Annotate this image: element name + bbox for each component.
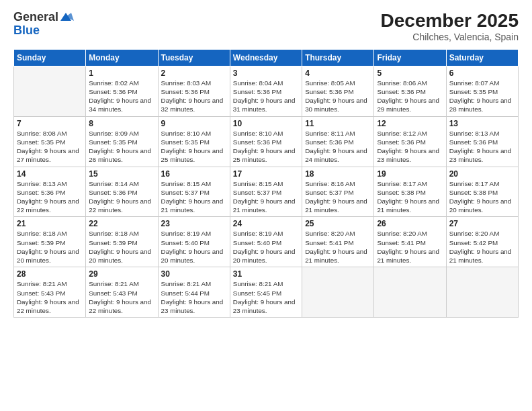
sunrise-text: Sunrise: 8:20 AM bbox=[449, 230, 500, 237]
sunset-text: Sunset: 5:40 PM bbox=[161, 239, 210, 246]
calendar-day-cell: 7 Sunrise: 8:08 AM Sunset: 5:35 PM Dayli… bbox=[14, 116, 86, 167]
logo-general-text: General bbox=[13, 11, 58, 24]
calendar-day-cell: 5 Sunrise: 8:06 AM Sunset: 5:36 PM Dayli… bbox=[374, 66, 446, 116]
calendar-day-cell: 24 Sunrise: 8:19 AM Sunset: 5:40 PM Dayl… bbox=[230, 217, 302, 267]
sunset-text: Sunset: 5:41 PM bbox=[305, 239, 353, 246]
day-number: 22 bbox=[89, 219, 154, 228]
sunset-text: Sunset: 5:38 PM bbox=[449, 189, 498, 196]
sunset-text: Sunset: 5:39 PM bbox=[89, 239, 137, 246]
sunset-text: Sunset: 5:36 PM bbox=[233, 138, 281, 146]
calendar-day-cell: 15 Sunrise: 8:14 AM Sunset: 5:36 PM Dayl… bbox=[86, 167, 158, 217]
sunrise-text: Sunrise: 8:06 AM bbox=[377, 79, 427, 87]
sunrise-text: Sunrise: 8:10 AM bbox=[233, 130, 283, 137]
calendar-day-cell bbox=[446, 267, 518, 318]
daylight-text: Daylight: 9 hours and 21 minutes. bbox=[161, 197, 224, 214]
day-info: Sunrise: 8:21 AM Sunset: 5:43 PM Dayligh… bbox=[17, 279, 83, 315]
col-monday: Monday bbox=[86, 49, 158, 66]
day-number: 6 bbox=[449, 68, 515, 78]
day-number: 16 bbox=[161, 169, 227, 179]
day-info: Sunrise: 8:04 AM Sunset: 5:36 PM Dayligh… bbox=[233, 79, 299, 114]
day-number: 26 bbox=[377, 219, 443, 228]
daylight-text: Daylight: 9 hours and 21 minutes. bbox=[233, 197, 296, 214]
sunset-text: Sunset: 5:36 PM bbox=[305, 138, 353, 146]
sunrise-text: Sunrise: 8:12 AM bbox=[377, 130, 427, 137]
day-number: 30 bbox=[161, 269, 227, 279]
daylight-text: Daylight: 9 hours and 32 minutes. bbox=[161, 97, 224, 113]
day-number: 27 bbox=[449, 219, 515, 228]
calendar-day-cell: 31 Sunrise: 8:21 AM Sunset: 5:45 PM Dayl… bbox=[230, 267, 302, 318]
calendar-day-cell: 3 Sunrise: 8:04 AM Sunset: 5:36 PM Dayli… bbox=[230, 66, 302, 116]
day-info: Sunrise: 8:08 AM Sunset: 5:35 PM Dayligh… bbox=[17, 129, 83, 165]
day-info: Sunrise: 8:12 AM Sunset: 5:36 PM Dayligh… bbox=[377, 129, 443, 165]
day-number: 31 bbox=[233, 269, 299, 279]
sunrise-text: Sunrise: 8:09 AM bbox=[89, 130, 139, 137]
day-number: 25 bbox=[305, 219, 371, 228]
calendar-day-cell: 21 Sunrise: 8:18 AM Sunset: 5:39 PM Dayl… bbox=[14, 217, 86, 267]
day-info: Sunrise: 8:18 AM Sunset: 5:39 PM Dayligh… bbox=[17, 229, 83, 265]
sunset-text: Sunset: 5:45 PM bbox=[233, 289, 281, 297]
calendar-day-cell: 8 Sunrise: 8:09 AM Sunset: 5:35 PM Dayli… bbox=[86, 116, 158, 167]
sunrise-text: Sunrise: 8:13 AM bbox=[449, 130, 500, 137]
day-number: 2 bbox=[161, 68, 227, 78]
sunset-text: Sunset: 5:44 PM bbox=[161, 289, 210, 297]
sunrise-text: Sunrise: 8:13 AM bbox=[17, 180, 67, 187]
sunset-text: Sunset: 5:37 PM bbox=[305, 189, 353, 196]
daylight-text: Daylight: 9 hours and 21 minutes. bbox=[377, 248, 439, 264]
sunrise-text: Sunrise: 8:15 AM bbox=[161, 180, 212, 187]
calendar-day-cell: 30 Sunrise: 8:21 AM Sunset: 5:44 PM Dayl… bbox=[158, 267, 230, 318]
daylight-text: Daylight: 9 hours and 22 minutes. bbox=[17, 197, 79, 214]
daylight-text: Daylight: 9 hours and 28 minutes. bbox=[449, 97, 512, 113]
daylight-text: Daylight: 9 hours and 21 minutes. bbox=[449, 248, 512, 264]
day-number: 5 bbox=[377, 68, 443, 78]
day-number: 7 bbox=[17, 119, 83, 128]
col-thursday: Thursday bbox=[302, 49, 374, 66]
day-number: 24 bbox=[233, 219, 299, 228]
sunset-text: Sunset: 5:35 PM bbox=[89, 138, 137, 146]
title-block: December 2025 Chilches, Valencia, Spain bbox=[381, 11, 519, 42]
daylight-text: Daylight: 9 hours and 23 minutes. bbox=[449, 147, 512, 163]
calendar-week-row: 14 Sunrise: 8:13 AM Sunset: 5:36 PM Dayl… bbox=[14, 167, 519, 217]
day-info: Sunrise: 8:07 AM Sunset: 5:35 PM Dayligh… bbox=[449, 79, 515, 114]
calendar-subtitle: Chilches, Valencia, Spain bbox=[381, 32, 519, 42]
calendar-day-cell bbox=[302, 267, 374, 318]
daylight-text: Daylight: 9 hours and 31 minutes. bbox=[233, 97, 296, 113]
calendar-day-cell: 13 Sunrise: 8:13 AM Sunset: 5:36 PM Dayl… bbox=[446, 116, 518, 167]
day-number: 15 bbox=[89, 169, 154, 179]
sunrise-text: Sunrise: 8:16 AM bbox=[305, 180, 355, 187]
sunrise-text: Sunrise: 8:17 AM bbox=[377, 180, 427, 187]
sunrise-text: Sunrise: 8:20 AM bbox=[305, 230, 355, 237]
sunset-text: Sunset: 5:38 PM bbox=[377, 189, 425, 196]
sunset-text: Sunset: 5:36 PM bbox=[161, 88, 210, 95]
daylight-text: Daylight: 9 hours and 30 minutes. bbox=[305, 97, 367, 113]
day-info: Sunrise: 8:13 AM Sunset: 5:36 PM Dayligh… bbox=[17, 179, 83, 215]
logo-blue-text: Blue bbox=[13, 24, 40, 37]
sunrise-text: Sunrise: 8:10 AM bbox=[161, 130, 212, 137]
sunset-text: Sunset: 5:36 PM bbox=[377, 88, 425, 95]
calendar-day-cell: 19 Sunrise: 8:17 AM Sunset: 5:38 PM Dayl… bbox=[374, 167, 446, 217]
day-number: 23 bbox=[161, 219, 227, 228]
sunset-text: Sunset: 5:35 PM bbox=[17, 138, 65, 146]
daylight-text: Daylight: 9 hours and 20 minutes. bbox=[161, 248, 224, 264]
calendar-week-row: 7 Sunrise: 8:08 AM Sunset: 5:35 PM Dayli… bbox=[14, 116, 519, 167]
day-info: Sunrise: 8:10 AM Sunset: 5:35 PM Dayligh… bbox=[161, 129, 227, 165]
calendar-day-cell: 25 Sunrise: 8:20 AM Sunset: 5:41 PM Dayl… bbox=[302, 217, 374, 267]
sunset-text: Sunset: 5:37 PM bbox=[233, 189, 281, 196]
day-number: 19 bbox=[377, 169, 443, 179]
day-number: 29 bbox=[89, 269, 154, 279]
sunset-text: Sunset: 5:36 PM bbox=[377, 138, 425, 146]
sunrise-text: Sunrise: 8:21 AM bbox=[233, 280, 283, 287]
daylight-text: Daylight: 9 hours and 20 minutes. bbox=[449, 197, 512, 214]
day-number: 18 bbox=[305, 169, 371, 179]
calendar-day-cell: 20 Sunrise: 8:17 AM Sunset: 5:38 PM Dayl… bbox=[446, 167, 518, 217]
sunrise-text: Sunrise: 8:21 AM bbox=[89, 280, 139, 287]
daylight-text: Daylight: 9 hours and 20 minutes. bbox=[233, 248, 296, 264]
calendar-day-cell: 27 Sunrise: 8:20 AM Sunset: 5:42 PM Dayl… bbox=[446, 217, 518, 267]
calendar-day-cell: 4 Sunrise: 8:05 AM Sunset: 5:36 PM Dayli… bbox=[302, 66, 374, 116]
daylight-text: Daylight: 9 hours and 25 minutes. bbox=[233, 147, 296, 163]
daylight-text: Daylight: 9 hours and 23 minutes. bbox=[377, 147, 439, 163]
calendar-day-cell: 1 Sunrise: 8:02 AM Sunset: 5:36 PM Dayli… bbox=[86, 66, 158, 116]
day-info: Sunrise: 8:21 AM Sunset: 5:44 PM Dayligh… bbox=[161, 279, 227, 315]
daylight-text: Daylight: 9 hours and 34 minutes. bbox=[89, 97, 151, 113]
sunrise-text: Sunrise: 8:19 AM bbox=[233, 230, 283, 237]
calendar-day-cell: 2 Sunrise: 8:03 AM Sunset: 5:36 PM Dayli… bbox=[158, 66, 230, 116]
